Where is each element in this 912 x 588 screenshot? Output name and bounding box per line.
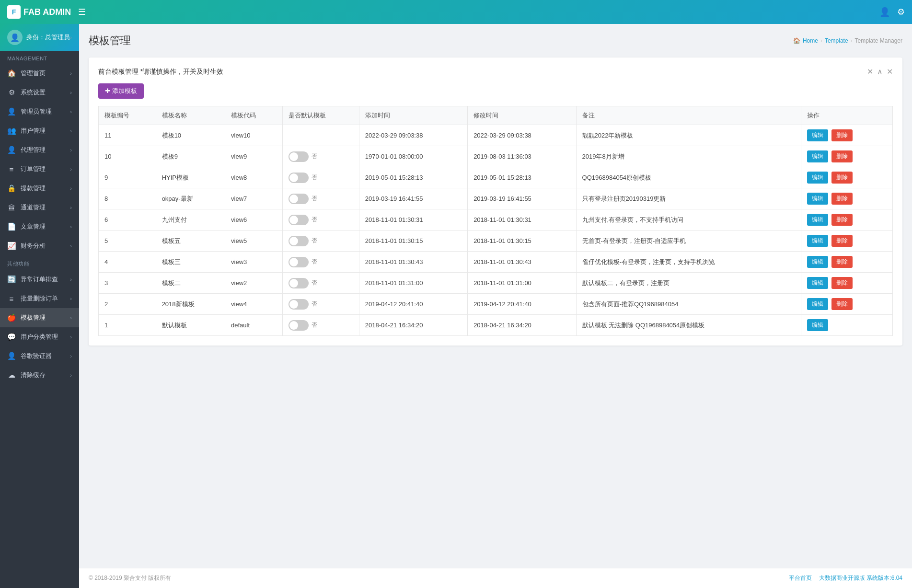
- sidebar-item-batch-delete[interactable]: ≡ 批量删除订单 ›: [0, 289, 79, 308]
- default-toggle[interactable]: 否: [289, 215, 353, 225]
- cell-mod-time: 2018-11-01 01:30:43: [468, 252, 576, 273]
- edit-button[interactable]: 编辑: [807, 214, 828, 226]
- table-header-row: 模板编号 模板名称 模板代码 是否默认模板 添加时间 修改时间 备注 操作: [99, 106, 893, 125]
- sidebar-item-google-auth[interactable]: 👤 谷歌验证器 ›: [0, 346, 79, 366]
- hamburger-button[interactable]: ☰: [78, 7, 86, 17]
- cell-default: 否: [282, 315, 359, 336]
- sidebar-item-clear-cache[interactable]: ☁ 清除缓存 ›: [0, 366, 79, 385]
- cell-id: 2: [99, 294, 156, 315]
- delete-button[interactable]: 删除: [831, 150, 853, 162]
- footer-home-link[interactable]: 平台首页: [789, 574, 812, 582]
- chevron-right-icon: ›: [70, 243, 72, 249]
- edit-button[interactable]: 编辑: [807, 277, 828, 289]
- cell-action: 编辑 删除: [801, 231, 893, 252]
- edit-button[interactable]: 编辑: [807, 172, 828, 184]
- col-mod-time: 修改时间: [468, 106, 576, 125]
- nav-right: 👤 ⚙: [879, 7, 905, 17]
- edit-button[interactable]: 编辑: [807, 235, 828, 247]
- cell-add-time: 2018-11-01 01:31:00: [359, 273, 467, 294]
- cell-name: 模板二: [156, 273, 225, 294]
- default-toggle[interactable]: 否: [289, 194, 353, 204]
- sidebar-item-label: 管理员管理: [21, 107, 52, 116]
- sidebar-item-user-category[interactable]: 💬 用户分类管理 ›: [0, 327, 79, 346]
- default-toggle[interactable]: 是: [289, 130, 353, 141]
- table-row: 1 默认模板 default 否 2018-04-21 16:34:20 201…: [99, 315, 893, 336]
- cell-id: 8: [99, 188, 156, 209]
- chevron-right-icon: ›: [70, 147, 72, 153]
- cell-id: 6: [99, 209, 156, 231]
- cell-action: 编辑 删除: [801, 146, 893, 167]
- default-toggle[interactable]: 否: [289, 151, 353, 162]
- card-header: 前台模板管理 *请谨慎操作，开关及时生效 ✕ ∧ ✕: [98, 67, 893, 76]
- user-profile-button[interactable]: 👤: [879, 7, 890, 17]
- card-collapse-button[interactable]: ∧: [877, 67, 883, 76]
- cell-add-time: 2022-03-29 09:03:38: [359, 125, 467, 146]
- default-toggle[interactable]: 否: [289, 257, 353, 267]
- other-section-label: 其他功能: [0, 255, 79, 270]
- refresh-icon: 🔄: [7, 275, 16, 284]
- cell-note: 2019年8月新增: [576, 146, 801, 167]
- breadcrumb-template-link[interactable]: Template: [825, 37, 848, 44]
- cell-add-time: 2018-11-01 01:30:31: [359, 209, 467, 231]
- delete-button[interactable]: 删除: [831, 277, 853, 289]
- edit-button[interactable]: 编辑: [807, 319, 828, 331]
- chevron-right-icon: ›: [70, 334, 72, 340]
- sidebar-item-dashboard[interactable]: 🏠 管理首页 ›: [0, 64, 79, 83]
- delete-button[interactable]: 删除: [831, 129, 853, 141]
- finance-icon: 📈: [7, 242, 16, 250]
- default-toggle[interactable]: 否: [289, 173, 353, 183]
- settings-button[interactable]: ⚙: [897, 7, 905, 17]
- default-toggle[interactable]: 否: [289, 278, 353, 288]
- cell-code: view6: [225, 209, 283, 231]
- home-icon: 🏠: [7, 69, 16, 78]
- edit-button[interactable]: 编辑: [807, 256, 828, 268]
- delete-button[interactable]: 删除: [831, 193, 853, 205]
- page-title: 模板管理: [89, 34, 131, 48]
- delete-button[interactable]: 删除: [831, 172, 853, 184]
- cell-name: okpay-最新: [156, 188, 225, 209]
- sidebar-item-orders[interactable]: ≡ 订单管理 ›: [0, 160, 79, 179]
- add-template-button[interactable]: ✚ 添加模板: [98, 83, 144, 99]
- sidebar-user-role[interactable]: 👤 身份：总管理员 ›: [0, 24, 79, 51]
- sidebar-item-agents[interactable]: 👤 代理管理 ›: [0, 140, 79, 160]
- edit-button[interactable]: 编辑: [807, 193, 828, 205]
- users-icon: 👥: [7, 127, 16, 135]
- sidebar-item-admin[interactable]: 👤 管理员管理 ›: [0, 102, 79, 121]
- breadcrumb-home-link[interactable]: Home: [803, 37, 818, 44]
- cell-default: 否: [282, 167, 359, 188]
- sidebar-item-order-sort[interactable]: 🔄 异常订单排查 ›: [0, 270, 79, 289]
- cell-default: 否: [282, 209, 359, 231]
- sidebar-item-withdraw[interactable]: 🔒 提款管理 ›: [0, 179, 79, 198]
- edit-button[interactable]: 编辑: [807, 298, 828, 310]
- cell-mod-time: 2018-11-01 01:30:31: [468, 209, 576, 231]
- default-toggle[interactable]: 否: [289, 236, 353, 246]
- default-toggle[interactable]: 否: [289, 299, 353, 310]
- template-table: 模板编号 模板名称 模板代码 是否默认模板 添加时间 修改时间 备注 操作 11…: [98, 106, 893, 336]
- edit-button[interactable]: 编辑: [807, 129, 828, 141]
- delete-button[interactable]: 删除: [831, 235, 853, 247]
- card-close-button[interactable]: ✕: [867, 67, 873, 76]
- cell-code: view9: [225, 146, 283, 167]
- cell-default: 否: [282, 146, 359, 167]
- sidebar-item-label: 用户分类管理: [21, 333, 58, 341]
- delete-button[interactable]: 删除: [831, 256, 853, 268]
- cell-action: 编辑 删除: [801, 188, 893, 209]
- sidebar-item-article[interactable]: 📄 文章管理 ›: [0, 217, 79, 236]
- sidebar-item-users[interactable]: 👥 用户管理 ›: [0, 121, 79, 140]
- delete-button[interactable]: 删除: [831, 298, 853, 310]
- chevron-right-icon: ›: [70, 224, 72, 230]
- delete-button[interactable]: 删除: [831, 214, 853, 226]
- chevron-right-icon: ›: [70, 205, 72, 210]
- chevron-right-icon: ›: [70, 128, 72, 134]
- sidebar-item-finance[interactable]: 📈 财务分析 ›: [0, 236, 79, 255]
- sidebar-item-system[interactable]: ⚙ 系统设置 ›: [0, 83, 79, 102]
- card-expand-button[interactable]: ✕: [887, 67, 893, 76]
- cell-id: 1: [99, 315, 156, 336]
- edit-button[interactable]: 编辑: [807, 150, 828, 162]
- sidebar-item-template[interactable]: 🍎 模板管理 ›: [0, 308, 79, 327]
- default-toggle[interactable]: 否: [289, 320, 353, 331]
- cell-name: 模板10: [156, 125, 225, 146]
- footer-platform-link[interactable]: 大数据商业开源版 系统版本:6.04: [819, 574, 902, 582]
- cell-add-time: 2019-05-01 15:28:13: [359, 167, 467, 188]
- sidebar-item-channel[interactable]: 🏛 通道管理 ›: [0, 198, 79, 217]
